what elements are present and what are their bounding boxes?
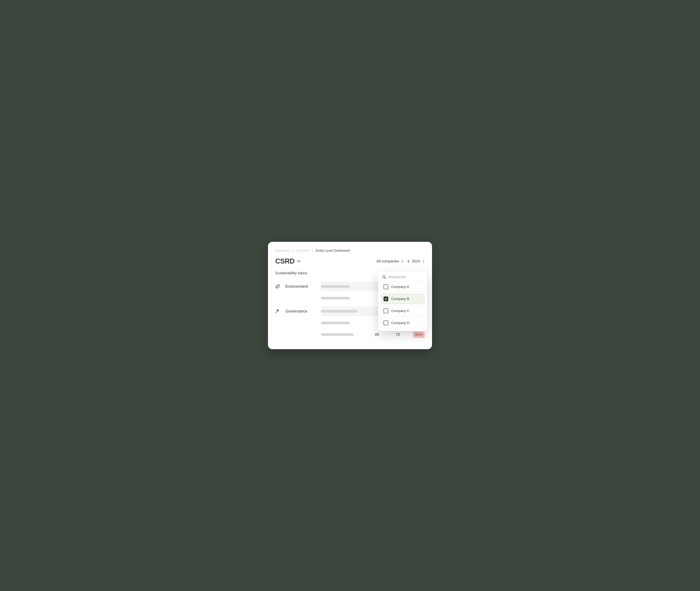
breadcrumb: Dahboard Overview Entity Level Dashboard	[275, 249, 425, 253]
metric-value: 45	[375, 332, 379, 337]
year-navigator: 2024	[407, 259, 425, 263]
company-option[interactable]: Company A	[381, 282, 425, 292]
chevron-right-icon	[292, 250, 294, 252]
dashboard-card: Dahboard Overview Entity Level Dashboard…	[268, 242, 432, 349]
year-label: 2024	[412, 259, 420, 263]
leaf-icon	[275, 284, 281, 289]
page-title: CSRD	[275, 257, 295, 265]
variation-badge: 60%	[413, 331, 425, 338]
chevron-right-icon	[312, 250, 314, 252]
option-label: Company A	[391, 285, 409, 289]
breadcrumb-item[interactable]: Overview	[296, 249, 310, 253]
metric-value: 72	[396, 332, 400, 337]
progress-bar	[321, 285, 350, 288]
company-option[interactable]: Company B	[381, 294, 425, 304]
checkbox-icon	[384, 284, 388, 289]
checkbox-icon	[384, 309, 388, 313]
topic-label: Environment	[285, 284, 308, 289]
search-input[interactable]: Recherche	[388, 275, 406, 279]
sort-icon	[401, 260, 403, 263]
progress-bar	[321, 310, 357, 313]
breadcrumb-item-current: Entity Level Dashboard	[316, 249, 349, 253]
checkbox-checked-icon	[384, 297, 388, 301]
company-option[interactable]: Company D	[381, 318, 425, 328]
column-header-topics: Sustainability topics	[275, 271, 307, 275]
chevron-down-icon	[297, 260, 301, 262]
checkbox-icon	[384, 321, 388, 325]
search-icon	[382, 275, 386, 279]
gavel-icon	[275, 309, 281, 314]
option-label: Company C	[391, 309, 409, 313]
breadcrumb-item[interactable]: Dahboard	[275, 249, 290, 253]
company-selector[interactable]: All companies	[376, 259, 403, 263]
company-selector-label: All companies	[376, 259, 399, 263]
topic-label: Governance	[285, 309, 307, 314]
option-label: Company D	[391, 321, 409, 325]
progress-bar	[321, 322, 350, 324]
option-label: Company B	[391, 297, 409, 301]
next-year-button[interactable]	[423, 260, 425, 263]
company-dropdown: Recherche Company A Company B Company C …	[378, 271, 427, 331]
progress-bar	[321, 297, 350, 300]
progress-bar	[321, 333, 354, 336]
framework-selector[interactable]: CSRD	[275, 257, 301, 265]
company-option[interactable]: Company C	[381, 306, 425, 316]
prev-year-button[interactable]	[407, 260, 409, 263]
